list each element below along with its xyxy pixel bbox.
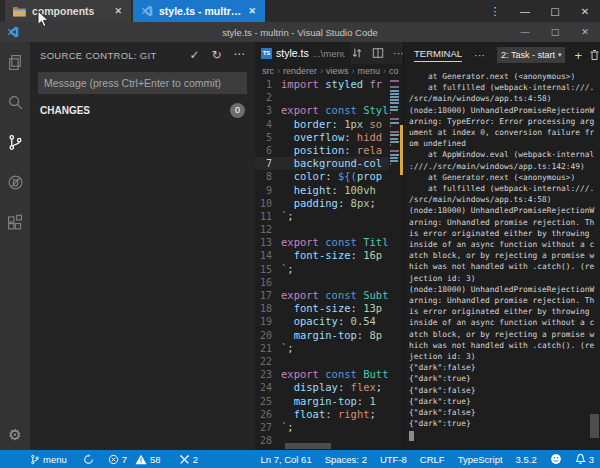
status-item[interactable]: 3.5.2 (516, 454, 537, 465)
code-line[interactable]: 22 (255, 355, 403, 368)
code-line[interactable]: 2 (255, 91, 403, 104)
git-branch-indicator[interactable]: menu (30, 454, 67, 465)
refresh-icon[interactable]: ↻ (211, 48, 221, 62)
close-icon[interactable]: ✕ (570, 0, 600, 22)
terminal-line: {"dark":false} (409, 407, 600, 418)
code-line[interactable]: 20 margin-top: 8p (255, 329, 403, 342)
smiley-icon (550, 453, 562, 465)
split-editor-icon[interactable] (372, 47, 384, 59)
code-line[interactable]: 11`; (255, 210, 403, 223)
status-item[interactable]: UTF-8 (380, 454, 407, 465)
code-line[interactable]: 10 padding: 8px; (255, 197, 403, 210)
explorer-icon[interactable] (0, 42, 30, 82)
status-item[interactable]: Ln 7, Col 61 (260, 454, 311, 465)
new-terminal-icon[interactable]: + (574, 48, 582, 63)
code-line[interactable]: 5 overflow: hidd (255, 131, 403, 144)
code-line[interactable]: 16 (255, 276, 403, 289)
terminal-more-icon[interactable]: ··· (474, 49, 485, 61)
code-line[interactable]: 21`; (255, 342, 403, 355)
code-line[interactable]: 7 background-col (255, 157, 403, 170)
maximize-icon[interactable]: □ (540, 22, 570, 42)
terminal-instance-dropdown[interactable]: 2: Task - start ▾ (497, 47, 565, 63)
minimize-icon[interactable]: — (510, 22, 540, 42)
window-tab-components[interactable]: components ✕ (5, 0, 131, 22)
code-line[interactable]: 3export const Styl (255, 104, 403, 117)
terminal-line: {"dark":true} (409, 418, 600, 429)
code-line[interactable]: 17export const Subt (255, 289, 403, 302)
breadcrumb-item[interactable]: src (262, 66, 274, 76)
window-tab-label: style.ts - multrin - ... (159, 5, 241, 17)
search-icon[interactable] (0, 82, 30, 122)
terminal-line: is error originated either by throwing (409, 228, 600, 239)
code-editor[interactable]: 1import styled fr23export const Styl4 bo… (255, 78, 403, 450)
kill-terminal-icon[interactable] (589, 49, 600, 61)
code-line[interactable]: 9 height: 100vh (255, 184, 403, 197)
breadcrumb-item[interactable]: co (389, 66, 399, 76)
chevron-down-icon: ▾ (558, 51, 562, 59)
code-line[interactable]: 24 display: flex; (255, 381, 403, 394)
close-icon[interactable]: ✕ (570, 22, 600, 42)
breadcrumb-item[interactable]: menu (358, 66, 381, 76)
terminal-body[interactable]: at Generator.next (<anonymous>) at fulfi… (404, 68, 600, 450)
source-control-icon[interactable] (0, 122, 30, 162)
terminal-line: jection id: 3) (409, 351, 600, 362)
editor-tab-style-ts[interactable]: TS style.ts ...\menu\ (255, 42, 351, 64)
close-icon[interactable]: ✕ (247, 6, 257, 16)
notifications-bell[interactable]: 3 (575, 453, 594, 465)
status-bar: menu 7 58 2 Ln 7, (0, 450, 600, 468)
sync-indicator[interactable] (83, 454, 94, 465)
code-line[interactable]: 6 position: rela (255, 144, 403, 157)
compare-changes-icon[interactable] (351, 47, 363, 59)
overflow-menu-icon[interactable]: ⋮ (480, 0, 510, 22)
code-line[interactable]: 14 font-size: 16p (255, 249, 403, 262)
tab-terminal[interactable]: TERMINAL (414, 48, 462, 62)
close-icon[interactable]: ✕ (113, 6, 123, 16)
changes-label: CHANGES (40, 105, 90, 116)
warning-count[interactable]: 58 (135, 454, 161, 465)
code-line[interactable]: 23export const Butt (255, 368, 403, 381)
settings-gear-icon[interactable]: ⚙ (8, 426, 21, 444)
branch-name: menu (43, 454, 67, 465)
code-line[interactable]: 15`; (255, 263, 403, 276)
code-line[interactable]: 8 color: ${(prop (255, 170, 403, 183)
code-line[interactable]: 12 (255, 223, 403, 236)
editor-tab-bar: TS style.ts ...\menu\ ··· (255, 42, 403, 64)
terminal-cursor (409, 431, 414, 441)
terminal-line: {"dark":true} (409, 396, 600, 407)
terminal-scrollbar[interactable] (590, 414, 599, 438)
feedback-smiley[interactable] (550, 453, 562, 465)
code-line[interactable]: 18 font-size: 13p (255, 302, 403, 315)
minimize-icon[interactable]: — (510, 0, 540, 22)
horizontal-scrollbar[interactable] (285, 443, 331, 449)
window-tab-vscode[interactable]: style.ts - multrin - ... ✕ (133, 0, 265, 22)
maximize-icon[interactable]: □ (540, 0, 570, 22)
breadcrumb-item[interactable]: views (326, 66, 349, 76)
code-line[interactable]: 1import styled fr (255, 78, 403, 91)
window-controls: ⋮ — □ ✕ (480, 0, 600, 22)
code-line[interactable]: 13export const Titl (255, 236, 403, 249)
titlebar-controls: — □ ✕ (510, 22, 600, 42)
running-tasks-indicator[interactable]: 2 (179, 454, 198, 465)
debug-icon[interactable] (0, 162, 30, 202)
code-line[interactable]: 25 margin-top: 1 (255, 395, 403, 408)
code-line[interactable]: 19 opacity: 0.54 (255, 315, 403, 328)
breadcrumb-item[interactable]: renderer (283, 66, 317, 76)
more-actions-icon[interactable]: ··· (234, 48, 245, 62)
terminal-line: hich was not handled with .catch(). (re (409, 340, 600, 351)
changes-section-header[interactable]: CHANGES 0 (30, 100, 255, 120)
editor-tab-label: style.ts (276, 47, 309, 59)
terminal-line: at fulfilled (webpack-internal:///. (409, 183, 600, 194)
terminal-header: TERMINAL ··· 2: Task - start ▾ + (404, 42, 600, 68)
commit-check-icon[interactable]: ✓ (189, 48, 199, 62)
status-item[interactable]: CRLF (420, 454, 445, 465)
code-line[interactable]: 4 border: 1px so (255, 118, 403, 131)
commit-message-input[interactable] (38, 72, 247, 94)
error-count[interactable]: 7 (108, 454, 127, 465)
code-line[interactable]: 27`; (255, 421, 403, 434)
code-line[interactable]: 26 float: right; (255, 408, 403, 421)
status-item[interactable]: TypeScript (458, 454, 503, 465)
error-count-value: 7 (122, 454, 127, 465)
status-item[interactable]: Spaces: 2 (325, 454, 367, 465)
extensions-icon[interactable] (0, 202, 30, 242)
terminal-line: at Generator.next (<anonymous>) (409, 172, 600, 183)
